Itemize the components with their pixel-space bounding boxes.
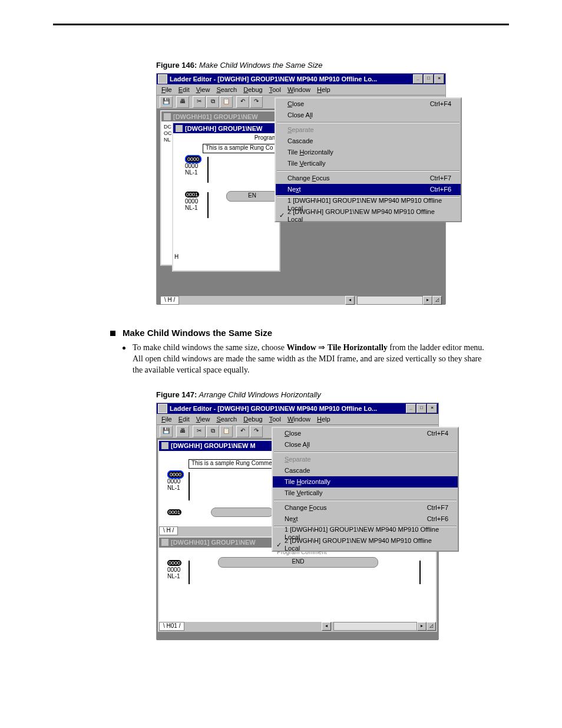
- menu-search[interactable]: Search: [216, 86, 237, 93]
- redo-icon[interactable]: ↷: [250, 96, 263, 108]
- instruction-step: To make child windows the same size, cho…: [123, 342, 491, 376]
- menu-item-close-all[interactable]: Close All: [273, 439, 458, 450]
- cut-icon[interactable]: ✂: [193, 426, 206, 437]
- copy-icon[interactable]: ⧉: [206, 426, 219, 437]
- redo-icon[interactable]: ↷: [250, 426, 263, 437]
- scroll-right-button[interactable]: ▸: [423, 296, 432, 305]
- window-menu: CloseCtrl+F4 Close All Separate Cascade …: [272, 427, 459, 552]
- menu-item-window-2[interactable]: ✓2 [DWGH\H] GROUP1\NEW MP940 MP910 Offli…: [276, 210, 461, 221]
- bullet-square-icon: [110, 331, 115, 336]
- scroll-left-button[interactable]: ◂: [322, 622, 331, 631]
- menu-bar: File Edit View Search Debug Tool Window …: [157, 84, 445, 95]
- undo-icon[interactable]: ↶: [236, 426, 249, 437]
- menu-item-next[interactable]: NextCtrl+F6: [273, 513, 458, 525]
- rung-1-label: 0001 0000 NL-1: [185, 191, 199, 211]
- app-icon: [158, 404, 167, 413]
- menu-help[interactable]: Help: [317, 86, 330, 93]
- menu-item-tile-h[interactable]: Tile Horizontally: [273, 476, 458, 487]
- title-bar: Ladder Editor - [DWGH\H] GROUP1\NEW MP94…: [157, 74, 445, 84]
- window-title: Ladder Editor - [DWGH\H] GROUP1\NEW MP94…: [170, 75, 377, 83]
- app-icon: [158, 74, 167, 84]
- minimize-button[interactable]: _: [406, 404, 416, 413]
- bullet-dot-icon: [123, 347, 125, 350]
- scroll-left-button[interactable]: ◂: [345, 296, 355, 305]
- menu-item-next[interactable]: NextCtrl+F6: [276, 184, 461, 195]
- close-button[interactable]: ×: [434, 74, 444, 84]
- tab-h01[interactable]: \ H01 /: [159, 622, 184, 631]
- minimize-button[interactable]: _: [413, 74, 423, 84]
- menu-edit[interactable]: Edit: [178, 86, 190, 93]
- rung-1-label: 0001: [167, 509, 181, 516]
- menu-debug[interactable]: Debug: [243, 86, 262, 93]
- menu-file[interactable]: File: [161, 416, 172, 423]
- resize-grip-icon[interactable]: ◿: [427, 622, 436, 631]
- tab-h[interactable]: \ H /: [159, 526, 178, 535]
- menu-file[interactable]: File: [161, 86, 172, 93]
- print-icon[interactable]: 🖶: [176, 96, 189, 108]
- menu-item-tile-h[interactable]: Tile Horizontally: [276, 147, 461, 158]
- menu-item-tile-v[interactable]: Tile Vertically: [276, 158, 461, 169]
- title-bar: Ladder Editor - [DWGH\H] GROUP1\NEW MP94…: [157, 403, 438, 414]
- child-window-1-title[interactable]: [DWGH\H01] GROUP1\NEW: [161, 111, 279, 121]
- rung-comment: This is a sample Rung Comme: [189, 459, 276, 469]
- menu-help[interactable]: Help: [317, 416, 330, 423]
- rung-0-label: 0000 0000 NL-1: [167, 471, 184, 491]
- maximize-button[interactable]: □: [424, 74, 434, 84]
- menu-view[interactable]: View: [196, 86, 210, 93]
- menu-item-close[interactable]: CloseCtrl+F4: [276, 98, 461, 110]
- tab-h[interactable]: \ H /: [160, 296, 179, 305]
- paste-icon[interactable]: 📋: [220, 96, 233, 108]
- menu-tool[interactable]: Tool: [269, 86, 281, 93]
- menu-debug[interactable]: Debug: [243, 416, 262, 423]
- rung-0-label: 0000 0000 NL-1: [185, 156, 201, 176]
- resize-grip-icon[interactable]: ◿: [432, 296, 442, 305]
- menu-item-change-focus[interactable]: Change FocusCtrl+F7: [273, 502, 458, 513]
- window-menu: CloseCtrl+F4 Close All Separate Cascade …: [275, 97, 462, 222]
- section-heading: Make Child Windows the Same Size: [110, 328, 491, 338]
- copy-icon[interactable]: ⧉: [206, 96, 219, 108]
- left-gutter: DCOCNL: [164, 124, 172, 143]
- menu-window[interactable]: Window: [287, 86, 310, 93]
- paste-icon[interactable]: 📋: [220, 426, 233, 437]
- scroll-right-button[interactable]: ▸: [417, 622, 427, 631]
- screenshot-a: Ladder Editor - [DWGH\H] GROUP1\NEW MP94…: [156, 73, 446, 304]
- menu-tool[interactable]: Tool: [269, 416, 281, 423]
- menu-edit[interactable]: Edit: [178, 416, 190, 423]
- menu-search[interactable]: Search: [216, 416, 237, 423]
- maximize-button[interactable]: □: [416, 404, 427, 413]
- end-block: END: [218, 557, 378, 568]
- window-title: Ladder Editor - [DWGH\H] GROUP1\NEW MP94…: [170, 405, 377, 412]
- rung-0-label: 0000 0000 NL-1: [167, 559, 181, 579]
- end-block-top: [211, 508, 273, 517]
- figure-b-caption: Figure 147: Arrange Child Windows Horizo…: [156, 390, 562, 399]
- menu-bar: File Edit View Search Debug Tool Window …: [157, 414, 438, 425]
- menu-view[interactable]: View: [196, 416, 210, 423]
- program-label: Program: [254, 134, 277, 141]
- menu-item-tile-v[interactable]: Tile Vertically: [273, 487, 458, 499]
- menu-item-separate: Separate: [276, 124, 461, 136]
- save-icon[interactable]: 💾: [160, 96, 173, 108]
- cut-icon[interactable]: ✂: [193, 96, 206, 108]
- undo-icon[interactable]: ↶: [236, 96, 249, 108]
- close-button[interactable]: ×: [427, 404, 437, 413]
- menu-window[interactable]: Window: [287, 416, 310, 423]
- tab-h-upper: H: [174, 253, 178, 260]
- menu-item-cascade[interactable]: Cascade: [273, 465, 458, 476]
- child-window-2-title[interactable]: [DWGH\H] GROUP1\NEW: [173, 123, 279, 133]
- menu-item-cascade[interactable]: Cascade: [276, 136, 461, 147]
- menu-item-close[interactable]: CloseCtrl+F4: [273, 428, 458, 439]
- menu-item-close-all[interactable]: Close All: [276, 110, 461, 121]
- figure-a-caption: Figure 146: Make Child Windows the Same …: [156, 61, 562, 70]
- print-icon[interactable]: 🖶: [176, 426, 189, 437]
- screenshot-b: Ladder Editor - [DWGH\H] GROUP1\NEW MP94…: [156, 403, 439, 640]
- menu-item-separate: Separate: [273, 454, 458, 465]
- rung-comment: This is a sample Rung Co: [203, 144, 278, 153]
- menu-item-change-focus[interactable]: Change FocusCtrl+F7: [276, 173, 461, 184]
- save-icon[interactable]: 💾: [160, 426, 173, 437]
- menu-item-window-2[interactable]: ✓2 [DWGH\H] GROUP1\NEW MP940 MP910 Offli…: [273, 539, 458, 551]
